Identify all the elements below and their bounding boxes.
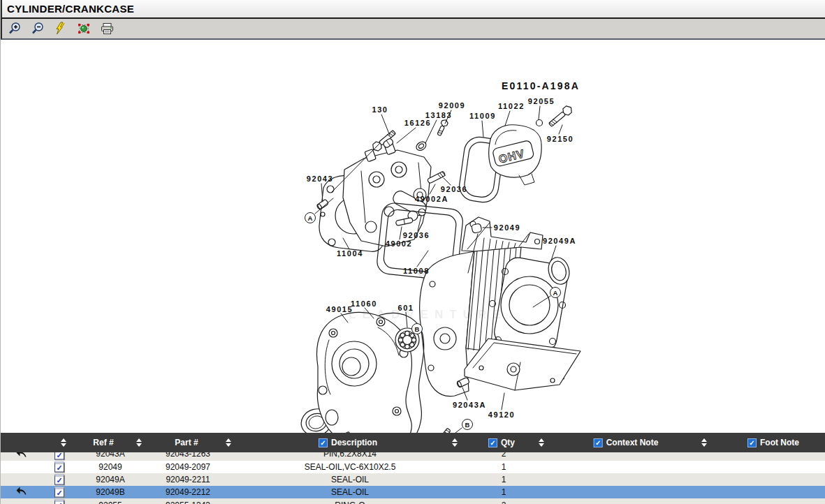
watermark: LEADVENTURE [349, 308, 507, 322]
note-doc-icon[interactable]: ✓ [54, 500, 64, 504]
sort-arrows-icon[interactable] [61, 438, 66, 447]
column-header-part-: Part # [175, 433, 198, 452]
sort-arrows-icon[interactable] [452, 438, 458, 447]
print-icon[interactable] [99, 21, 115, 36]
cell-part: 92049-2211 [166, 475, 210, 484]
title-bar: CYLINDER/CRANKCASE [1, 0, 825, 19]
part-label-92049A[interactable]: 92049A [543, 237, 576, 245]
part-label-49002[interactable]: 49002 [386, 239, 413, 248]
cell-description: RING-O [335, 501, 365, 504]
part-label-11009[interactable]: 11009 [469, 112, 496, 120]
sort-control[interactable] [61, 433, 66, 452]
column-header-qty: ✓Qty [488, 433, 515, 452]
ref-circle-B[interactable]: B [411, 323, 423, 334]
sort-arrows-icon[interactable] [226, 438, 231, 447]
parts-table: Ref #Part #✓Description✓Qty✓Context Note… [1, 433, 825, 504]
part-label-49120[interactable]: 49120 [488, 410, 516, 419]
table-row-92043A[interactable]: ✓92043A92043-1263PIN,6.2X8X142 [1, 452, 825, 461]
cell-part: 92043-1263 [166, 452, 210, 459]
cell-qty: 1 [502, 462, 506, 472]
cell-qty: 2 [502, 501, 506, 504]
parts-catalog-window: CYLINDER/CRANKCASE LEADVENTURE [0, 0, 825, 504]
column-header-foot-note: ✓Foot Note [747, 433, 799, 452]
toolbar [1, 19, 825, 40]
part-label-92150[interactable]: 92150 [547, 135, 574, 143]
note-doc-icon[interactable]: ✓ [54, 452, 64, 460]
zoom-in-icon[interactable] [7, 21, 22, 36]
flash-icon[interactable] [53, 21, 68, 36]
exploded-diagram-area: LEADVENTURE [1, 40, 825, 433]
ref-circle-B[interactable]: B [462, 419, 473, 430]
column-checkbox[interactable]: ✓ [594, 438, 603, 447]
table-row-92049[interactable]: ✓9204992049-2097SEAL-OIL,VC-6X10X2.51 [1, 461, 825, 473]
part-label-92036[interactable]: 92036 [403, 231, 430, 239]
note-doc-icon[interactable]: ✓ [54, 475, 64, 485]
cell-ref: 92043A [96, 452, 124, 459]
cell-qty: 2 [502, 452, 506, 459]
cell-ref: 92049B [96, 487, 124, 497]
part-label-92043A[interactable]: 92043A [453, 401, 486, 409]
column-checkbox[interactable]: ✓ [747, 438, 757, 447]
part-label-92055[interactable]: 92055 [528, 97, 555, 105]
highlight-arrow-icon[interactable] [16, 486, 28, 499]
part-label-130[interactable]: 130 [372, 105, 388, 114]
diagram-code: E0110-A198A [502, 80, 580, 91]
cell-qty: 1 [502, 475, 506, 484]
part-label-92036[interactable]: 92036 [441, 185, 468, 193]
part-label-49015[interactable]: 49015 [326, 305, 353, 313]
note-doc-icon[interactable]: ✓ [54, 462, 64, 473]
cell-part: 92049-2212 [166, 487, 210, 497]
table-row-92049B[interactable]: ✓92049B92049-2212SEAL-OIL1 [1, 486, 825, 498]
highlight-arrow-icon[interactable] [16, 452, 28, 461]
part-label-92009[interactable]: 92009 [439, 101, 466, 110]
sort-control[interactable] [226, 433, 231, 452]
ref-circle-A[interactable]: A [305, 212, 316, 223]
part-label-92049[interactable]: 92049 [494, 223, 521, 232]
table-row-92055[interactable]: ✓9205592055-1343RING-O2 [1, 498, 825, 504]
cell-description: PIN,6.2X8X14 [323, 452, 377, 459]
part-label-11008[interactable]: 11008 [403, 267, 430, 275]
column-checkbox[interactable]: ✓ [488, 438, 497, 447]
column-checkbox[interactable]: ✓ [319, 438, 328, 447]
table-row-92049A[interactable]: ✓92049A92049-2211SEAL-OIL1 [1, 473, 825, 486]
parts-table-body: ✓92043A92043-1263PIN,6.2X8X142✓920499204… [1, 452, 825, 504]
page-title: CYLINDER/CRANKCASE [2, 3, 134, 15]
cell-part: 92055-1343 [166, 501, 210, 504]
cell-description: SEAL-OIL [331, 487, 369, 497]
sort-control[interactable] [136, 433, 142, 452]
cell-ref: 92049A [96, 475, 124, 484]
pan-tool-icon[interactable] [76, 21, 92, 36]
sort-control[interactable] [701, 433, 707, 452]
cell-description: SEAL-OIL,VC-6X10X2.5 [305, 462, 396, 472]
cell-qty: 1 [502, 487, 506, 497]
sort-control[interactable] [452, 433, 458, 452]
cell-part: 92049-2097 [166, 462, 210, 472]
part-label-11022[interactable]: 11022 [498, 102, 525, 110]
sort-control[interactable] [539, 433, 544, 452]
column-header-description: ✓Description [319, 433, 377, 452]
ref-circle-A[interactable]: A [550, 287, 561, 298]
column-header-ref-: Ref # [93, 433, 113, 452]
part-label-16126[interactable]: 16126 [404, 119, 432, 127]
part-label-92043[interactable]: 92043 [307, 175, 334, 183]
part-label-11004[interactable]: 11004 [337, 249, 363, 258]
part-label-49002A[interactable]: 49002A [415, 195, 448, 203]
note-doc-icon[interactable]: ✓ [54, 487, 64, 498]
part-label-601[interactable]: 601 [397, 304, 414, 312]
cell-ref: 92049 [98, 462, 122, 472]
zoom-out-icon[interactable] [30, 21, 45, 36]
sort-arrows-icon[interactable] [539, 438, 544, 447]
parts-table-header: Ref #Part #✓Description✓Qty✓Context Note… [1, 433, 825, 452]
sort-arrows-icon[interactable] [136, 438, 142, 447]
cell-ref: 92055 [98, 501, 122, 504]
sort-arrows-icon[interactable] [701, 438, 707, 447]
part-label-11060[interactable]: 11060 [351, 299, 377, 308]
part-label-13183[interactable]: 13183 [425, 111, 453, 119]
cell-description: SEAL-OIL [331, 475, 369, 484]
column-header-context-note: ✓Context Note [594, 433, 659, 452]
